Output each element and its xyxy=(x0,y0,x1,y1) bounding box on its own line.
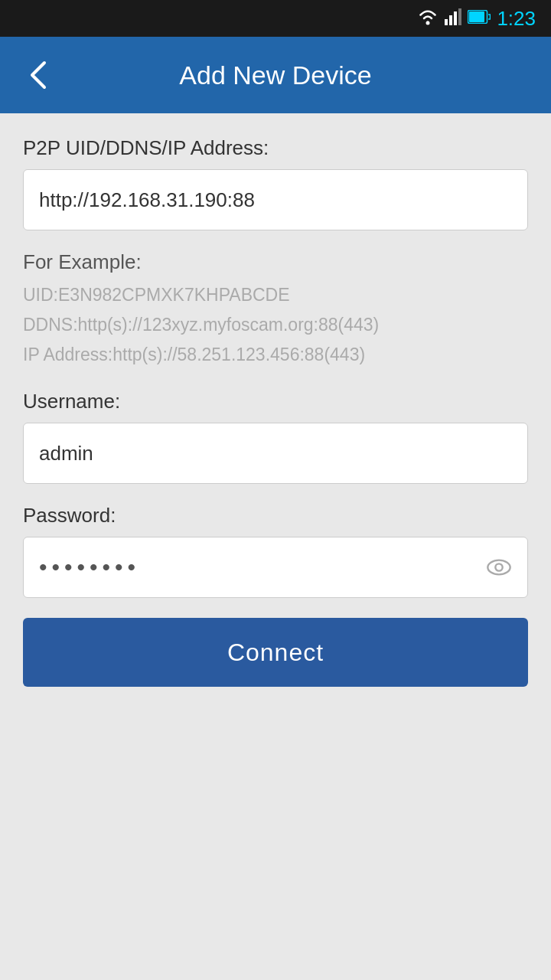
battery-icon xyxy=(468,10,491,28)
svg-point-0 xyxy=(426,21,430,24)
password-wrapper xyxy=(23,537,528,598)
example-lines: UID:E3N982CPMXK7KHPABCDE DDNS:http(s)://… xyxy=(23,280,528,370)
content: P2P UID/DDNS/IP Address: For Example: UI… xyxy=(0,113,551,980)
signal-icon xyxy=(445,8,461,29)
status-bar: 1:23 xyxy=(0,0,551,37)
example-title: For Example: xyxy=(23,250,528,274)
svg-point-7 xyxy=(487,560,510,575)
page-title: Add New Device xyxy=(179,60,371,90)
header: Add New Device xyxy=(0,37,551,113)
svg-point-8 xyxy=(495,564,502,571)
svg-rect-1 xyxy=(445,19,448,25)
back-button[interactable] xyxy=(18,54,58,96)
toggle-password-button[interactable] xyxy=(482,550,516,584)
password-label: Password: xyxy=(23,504,528,528)
password-field-group: Password: xyxy=(23,504,528,598)
connect-button[interactable]: Connect xyxy=(23,618,528,687)
svg-rect-3 xyxy=(454,11,457,25)
address-field-group: P2P UID/DDNS/IP Address: xyxy=(23,136,528,230)
address-input[interactable] xyxy=(23,169,528,230)
example-ddns: DDNS:http(s)://123xyz.myfoscam.org:88(44… xyxy=(23,310,528,340)
username-label: Username: xyxy=(23,390,528,413)
address-label: P2P UID/DDNS/IP Address: xyxy=(23,136,528,160)
wifi-icon xyxy=(417,8,439,29)
svg-rect-2 xyxy=(449,15,452,25)
example-uid: UID:E3N982CPMXK7KHPABCDE xyxy=(23,280,528,310)
password-input[interactable] xyxy=(23,537,528,598)
username-input[interactable] xyxy=(23,423,528,484)
svg-rect-4 xyxy=(458,8,461,25)
status-icons: 1:23 xyxy=(417,7,536,31)
username-field-group: Username: xyxy=(23,390,528,484)
example-ip: IP Address:http(s)://58.251.123.456:88(4… xyxy=(23,340,528,370)
status-time: 1:23 xyxy=(497,7,536,31)
svg-rect-6 xyxy=(469,11,484,22)
example-section: For Example: UID:E3N982CPMXK7KHPABCDE DD… xyxy=(23,250,528,370)
